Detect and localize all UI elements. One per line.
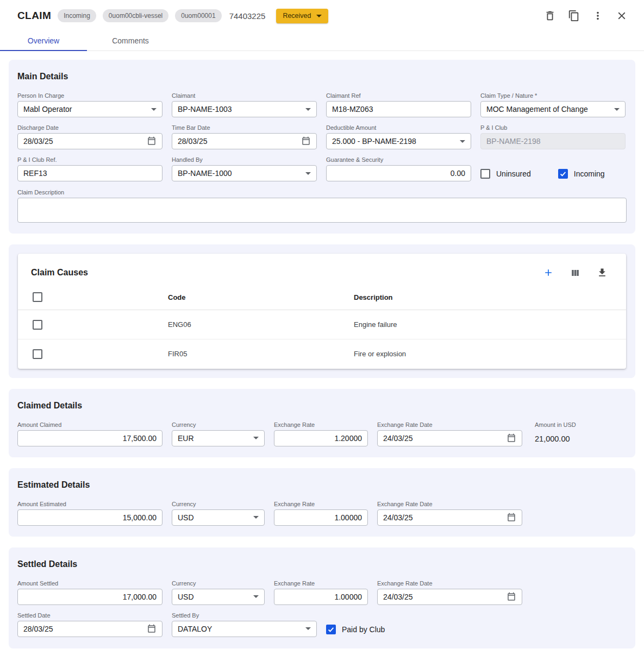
- handled-by-select[interactable]: BP-NAME-1000: [172, 165, 317, 181]
- date-value: 24/03/25: [383, 434, 502, 443]
- checkbox-icon: [558, 169, 568, 179]
- section-title: Claimed Details: [17, 401, 627, 411]
- field-person-in-charge: Person In Charge Mabl Operator: [17, 92, 162, 117]
- column-settings-button[interactable]: [569, 267, 582, 279]
- estimated-exchange-rate-input[interactable]: [274, 509, 368, 526]
- amount-in-usd-value: 21,000.00: [535, 434, 576, 443]
- amount-estimated-input[interactable]: [17, 509, 162, 526]
- tab-overview[interactable]: Overview: [0, 32, 87, 51]
- incoming-checkbox[interactable]: Incoming: [558, 169, 605, 179]
- claimed-exchange-rate-date-input[interactable]: 24/03/25: [377, 430, 522, 446]
- checkbox-icon: [480, 169, 490, 179]
- claimed-currency-select[interactable]: EUR: [172, 430, 265, 446]
- paid-by-club-checkbox[interactable]: Paid by Club: [326, 625, 385, 634]
- select-all-cell: [18, 287, 168, 310]
- calendar-icon: [507, 513, 516, 522]
- date-value: 24/03/25: [383, 513, 502, 522]
- download-icon: [597, 267, 608, 278]
- close-button[interactable]: [615, 9, 629, 23]
- select-value: BP-NAME-1000: [178, 169, 301, 178]
- settled-currency-select[interactable]: USD: [172, 589, 265, 605]
- calendar-icon: [507, 433, 516, 443]
- field-settled-by: Settled By DATALOY: [172, 612, 317, 637]
- claim-number: 74403225: [229, 11, 266, 21]
- field-label: Exchange Rate: [274, 421, 368, 428]
- plus-icon: [543, 267, 554, 278]
- chevron-down-icon: [253, 595, 259, 598]
- field-amount-estimated: Amount Estimated: [17, 501, 162, 526]
- estimated-currency-select[interactable]: USD: [172, 509, 265, 526]
- table-row[interactable]: ENG06 Engine failure: [18, 310, 626, 339]
- copy-icon: [568, 10, 580, 22]
- discharge-date-input[interactable]: 28/03/25: [17, 133, 162, 149]
- claimed-exchange-rate-input[interactable]: [274, 430, 368, 446]
- claim-description-textarea[interactable]: [17, 198, 627, 223]
- vessel-chip: 0uom00cbli-vessel: [103, 9, 168, 22]
- pi-club-ref-input[interactable]: [17, 165, 162, 181]
- field-label: P & I Club: [480, 124, 626, 131]
- settled-date-input[interactable]: 28/03/25: [17, 621, 162, 637]
- claim-causes-section: Claim Causes: [9, 244, 635, 378]
- deductible-amount-select[interactable]: 25.000 - BP-NAME-2198: [326, 133, 471, 149]
- select-value: MOC Management of Change: [486, 105, 610, 114]
- disabled-value: BP-NAME-2198: [486, 137, 620, 146]
- row-select-cell: [18, 310, 168, 339]
- tab-comments[interactable]: Comments: [87, 32, 174, 51]
- select-value: Mabl Operator: [23, 105, 147, 114]
- field-label: Person In Charge: [17, 92, 162, 99]
- estimated-exchange-rate-date-input[interactable]: 24/03/25: [377, 509, 522, 526]
- field-estimated-exchange-rate: Exchange Rate: [274, 501, 368, 526]
- date-value: 28/03/25: [23, 137, 142, 146]
- settled-by-select[interactable]: DATALOY: [172, 621, 317, 637]
- settled-exchange-rate-date-input[interactable]: 24/03/25: [377, 589, 522, 605]
- select-value: EUR: [178, 434, 249, 443]
- amount-claimed-input[interactable]: [17, 430, 162, 446]
- select-value: 25.000 - BP-NAME-2198: [332, 137, 455, 146]
- cell-description: Fire or explosion: [354, 339, 626, 369]
- field-label: Amount in USD: [535, 421, 576, 428]
- field-amount-in-usd: Amount in USD 21,000.00: [535, 421, 576, 443]
- status-dropdown[interactable]: Received: [276, 9, 328, 23]
- field-label: Exchange Rate Date: [377, 421, 522, 428]
- tab-bar: Overview Comments: [0, 32, 644, 51]
- row-checkbox[interactable]: [33, 320, 42, 330]
- more-options-button[interactable]: [591, 9, 605, 23]
- field-label: Discharge Date: [17, 124, 162, 131]
- guarantee-security-input[interactable]: [326, 165, 471, 181]
- claimant-ref-input[interactable]: [326, 101, 471, 117]
- claimed-details-section: Claimed Details Amount Claimed Currency …: [9, 389, 635, 457]
- field-label: Time Bar Date: [172, 124, 317, 131]
- field-handled-by: Handled By BP-NAME-1000: [172, 156, 317, 181]
- amount-settled-input[interactable]: [17, 589, 162, 605]
- copy-button[interactable]: [567, 9, 581, 23]
- header: CLAIM Incoming 0uom00cbli-vessel 0uom000…: [0, 0, 644, 32]
- column-header-description: Description: [354, 287, 626, 310]
- add-claim-cause-button[interactable]: [542, 266, 555, 279]
- field-pi-club: P & I Club BP-NAME-2198: [480, 124, 626, 149]
- select-value: USD: [178, 513, 249, 522]
- table-row[interactable]: FIR05 Fire or explosion: [18, 339, 626, 369]
- uninsured-checkbox[interactable]: Uninsured: [480, 169, 531, 179]
- row-checkbox[interactable]: [33, 349, 42, 359]
- delete-button[interactable]: [543, 9, 557, 23]
- person-in-charge-select[interactable]: Mabl Operator: [17, 101, 162, 117]
- paid-by-club-wrap: Paid by Club: [326, 621, 385, 638]
- claim-causes-header: Claim Causes: [18, 254, 626, 287]
- field-guarantee-security: Guarantee & Security: [326, 156, 471, 181]
- checkbox-icon: [326, 625, 336, 634]
- chevron-down-icon: [316, 15, 322, 17]
- field-label: Deductible Amount: [326, 124, 471, 131]
- settled-details-row-1: Amount Settled Currency USD Exchange Rat…: [17, 580, 627, 605]
- cell-description: Engine failure: [354, 310, 626, 339]
- select-all-checkbox[interactable]: [33, 292, 42, 302]
- calendar-icon: [147, 136, 157, 146]
- time-bar-date-input[interactable]: 28/03/25: [172, 133, 317, 149]
- claimant-select[interactable]: BP-NAME-1003: [172, 101, 317, 117]
- date-value: 28/03/25: [178, 137, 297, 146]
- incoming-chip: Incoming: [58, 9, 96, 22]
- download-button[interactable]: [596, 266, 609, 279]
- settled-exchange-rate-input[interactable]: [274, 589, 368, 605]
- field-label: Exchange Rate: [274, 580, 368, 587]
- claim-type-select[interactable]: MOC Management of Change: [480, 101, 626, 117]
- settled-details-section: Settled Details Amount Settled Currency …: [9, 547, 635, 648]
